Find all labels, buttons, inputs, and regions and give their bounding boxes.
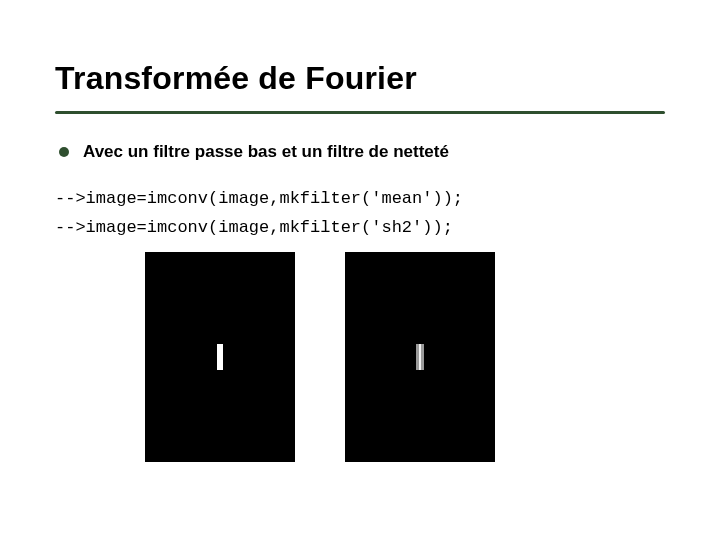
bullet-item: Avec un filtre passe bas et un filtre de…: [59, 142, 665, 162]
bullet-dot-icon: [59, 147, 69, 157]
title-underline: [55, 111, 665, 114]
code-line-2: -->image=imconv(image,mkfilter('sh2'));: [55, 217, 665, 240]
center-mark-gradient: [416, 344, 424, 370]
center-mark-bright: [217, 344, 223, 370]
slide-title: Transformée de Fourier: [55, 60, 665, 97]
fourier-image-sh2: [345, 252, 495, 462]
image-row: [145, 252, 665, 462]
slide: Transformée de Fourier Avec un filtre pa…: [0, 0, 720, 540]
code-line-1: -->image=imconv(image,mkfilter('mean'));: [55, 188, 665, 211]
bullet-text: Avec un filtre passe bas et un filtre de…: [83, 142, 449, 162]
fourier-image-mean: [145, 252, 295, 462]
